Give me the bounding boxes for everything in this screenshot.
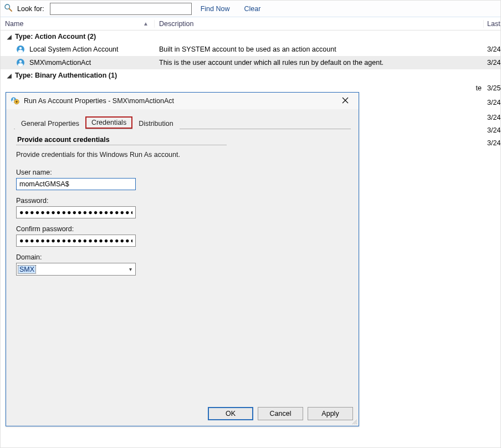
dialog-titlebar[interactable]: Run As Account Properties - SMX\momActio… — [6, 93, 359, 109]
table-row[interactable]: SMX\momActionAct This is the user accoun… — [1, 56, 500, 69]
svg-rect-13 — [16, 101, 18, 102]
svg-line-1 — [9, 9, 12, 12]
column-description[interactable]: Description — [155, 20, 484, 28]
panel-subtext: Provide credentials for this Windows Run… — [16, 151, 349, 159]
domain-value: SMX — [18, 266, 35, 273]
panel-divider — [16, 145, 227, 145]
lookfor-label: Look for: — [17, 5, 44, 13]
ok-button[interactable]: OK — [208, 407, 253, 420]
expander-icon: ◢ — [7, 73, 13, 79]
group-title: Type: Action Account (2) — [15, 33, 96, 40]
svg-point-7 — [18, 63, 23, 67]
row-date: 3/24 — [484, 139, 500, 147]
row-date: 3/24 — [484, 126, 500, 134]
column-last[interactable]: Last — [484, 20, 500, 28]
table-row[interactable]: Local System Action Account Built in SYS… — [1, 43, 500, 56]
group-binary-auth[interactable]: ◢ Type: Binary Authentication (1) — [1, 69, 500, 82]
search-icon[interactable] — [4, 3, 13, 14]
row-date: 3/24 — [484, 59, 500, 67]
password-field[interactable] — [16, 206, 136, 218]
account-icon — [16, 58, 25, 67]
expander-icon: ◢ — [7, 34, 13, 40]
row-desc: This is the user account under which all… — [155, 59, 484, 67]
confirm-password-field[interactable] — [16, 235, 136, 247]
sort-ascending-icon: ▲ — [143, 21, 149, 27]
dialog-buttons: OK Cancel Apply — [208, 407, 353, 420]
row-date: 3/25 — [484, 84, 500, 92]
svg-point-4 — [18, 50, 23, 53]
row-name: SMX\momActionAct — [29, 59, 91, 67]
domain-label: Domain: — [16, 253, 349, 261]
row-name: Local System Action Account — [29, 45, 119, 53]
dialog-title: Run As Account Properties - SMX\momActio… — [24, 97, 331, 105]
column-headers: Name ▲ Description Last — [1, 17, 500, 30]
username-label: User name: — [16, 169, 349, 176]
account-icon — [16, 45, 25, 54]
credentials-panel: Provide account credentials Provide cred… — [14, 129, 351, 281]
clear-button[interactable]: Clear — [238, 5, 266, 13]
svg-line-17 — [354, 421, 357, 424]
svg-line-18 — [356, 423, 357, 424]
confirm-password-label: Confirm password: — [16, 225, 349, 233]
close-icon — [342, 97, 349, 105]
search-bar: Look for: Find Now Clear — [1, 1, 500, 17]
close-button[interactable] — [335, 94, 355, 108]
username-field[interactable] — [16, 178, 136, 190]
row-date: 3/24 — [484, 114, 500, 121]
row-desc: Built in SYSTEM account to be used as an… — [155, 45, 484, 53]
row-date: 3/24 — [484, 99, 500, 106]
password-label: Password: — [16, 197, 349, 205]
domain-combobox[interactable]: SMX ▾ — [16, 263, 136, 276]
column-name[interactable]: Name ▲ — [1, 20, 155, 28]
svg-point-6 — [19, 60, 22, 63]
tab-credentials[interactable]: Credentials — [85, 116, 132, 129]
cancel-button[interactable]: Cancel — [258, 407, 303, 420]
runas-icon — [11, 96, 19, 106]
tab-general[interactable]: General Properties — [15, 118, 85, 129]
group-title: Type: Binary Authentication (1) — [15, 72, 117, 79]
tab-strip: General Properties Credentials Distribut… — [14, 115, 351, 129]
apply-button[interactable]: Apply — [308, 407, 353, 420]
chevron-down-icon: ▾ — [126, 266, 135, 272]
runas-properties-dialog: Run As Account Properties - SMX\momActio… — [6, 92, 359, 426]
find-now-button[interactable]: Find Now — [195, 5, 236, 13]
panel-heading: Provide account credentials — [16, 135, 349, 145]
svg-point-9 — [13, 98, 14, 100]
svg-point-3 — [19, 47, 22, 49]
search-input[interactable] — [50, 3, 192, 15]
column-name-label: Name — [5, 20, 23, 28]
row-date: 3/24 — [484, 45, 500, 53]
tab-distribution[interactable]: Distribution — [132, 118, 180, 129]
svg-line-16 — [352, 420, 357, 424]
group-action-account[interactable]: ◢ Type: Action Account (2) — [1, 30, 500, 43]
